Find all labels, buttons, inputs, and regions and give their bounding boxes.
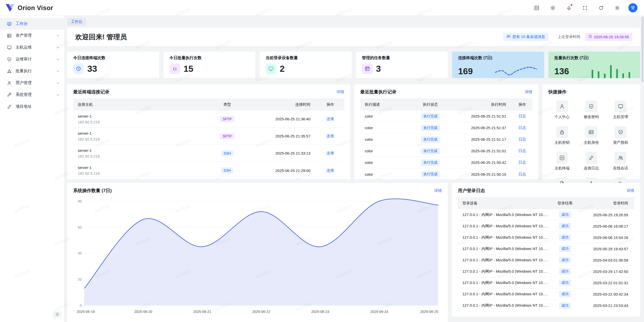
wrench-icon (7, 92, 12, 97)
api-button[interactable] (532, 3, 541, 13)
exec-description: color (360, 160, 412, 165)
terminal-connections-table: 连接主机类型连接时间操作server-1182.92.5.218SFTP2025… (73, 98, 344, 179)
sidebar-item-assets[interactable]: 资产管理 (0, 30, 64, 42)
log-link[interactable]: 日志 (512, 160, 532, 165)
fullscreen-button[interactable] (580, 3, 590, 13)
result-badge: 成功 (559, 245, 571, 252)
host-ip: 182.92.5.218 (78, 136, 211, 142)
quick-action-个人中心[interactable]: 个人中心 (547, 100, 577, 119)
batch-details-link[interactable]: 详情 (525, 90, 532, 94)
quick-action-主机密钥[interactable]: 主机密钥 (547, 126, 577, 145)
terminal-details-link[interactable]: 详情 (337, 90, 344, 94)
notifications-button[interactable] (564, 3, 574, 13)
result-badge: 成功 (559, 302, 571, 309)
system-operations-chart-panel: 系统操作数量 (7日) 详情 0204060802025-06-192025-0… (67, 183, 448, 322)
column-header: 登录设备 (458, 201, 551, 206)
status-badge: 执行完成 (421, 148, 440, 154)
sidebar-item-ops-audit[interactable]: 运维审计 (0, 53, 64, 65)
svg-text:2025-06-19: 2025-06-19 (77, 310, 95, 314)
system-operations-area-chart: 0204060802025-06-192025-06-202025-06-212… (73, 198, 442, 317)
page-scrollbar[interactable] (641, 17, 643, 82)
connect-link[interactable]: 连接 (316, 151, 344, 156)
connect-link[interactable]: 连接 (316, 168, 344, 173)
refresh-button[interactable] (596, 3, 606, 13)
shield-check-icon (615, 126, 626, 138)
log-link[interactable]: 日志 (512, 125, 532, 130)
quick-action-修改密码[interactable]: 修改密码 (577, 100, 606, 119)
settings-button[interactable] (612, 3, 622, 13)
quick-action-主机身份[interactable]: 主机身份 (577, 126, 606, 145)
log-link[interactable]: 日志 (512, 149, 532, 153)
table-row: server-1182.92.5.218SFTP2025-06-25 21:35… (73, 128, 344, 145)
result-badge: 成功 (559, 234, 571, 241)
sidebar-item-label: 运维审计 (16, 57, 32, 62)
quick-action-label: 资产授权 (613, 140, 628, 145)
breadcrumb-item-workbench[interactable]: 工作台 (67, 18, 86, 26)
sidebar-item-project-url[interactable]: 项目地址 (0, 101, 64, 113)
table-row: color执行完成2025-06-25 21:51:51日志 (360, 111, 532, 122)
panel-title: 最近批量执行记录 (360, 89, 396, 95)
clock-icon (73, 63, 84, 74)
stat-label: 今日批量执行次数 (170, 55, 250, 61)
braces-icon: { } (170, 63, 180, 74)
breadcrumb: 工作台 (67, 16, 640, 28)
login-time: 2025-06-06 15:54:26 (579, 235, 634, 240)
batch-executions-table: 执行描述执行状态执行时间操作color执行完成2025-06-25 21:51:… (360, 98, 532, 180)
sidebar-item-system-mgmt[interactable]: 系统管理 (0, 89, 64, 101)
sidebar-item-batch-exec[interactable]: 批量执行 (0, 65, 64, 77)
dashed-line-sparkline (494, 63, 538, 79)
host-name: server-1 (78, 165, 211, 170)
sidebar-item-label: 批量执行 (16, 68, 32, 74)
quick-action-label: 在线会话 (613, 166, 628, 171)
table-row: 127.0.0.1 - 内网IP - Mozilla/5.0 (Windows … (458, 221, 634, 232)
sidebar-item-user-mgmt[interactable]: 用户管理 (0, 77, 64, 89)
login-time: 2025-05-29 19:43:57 (579, 247, 634, 251)
connect-link[interactable]: 连接 (316, 134, 344, 138)
host-name: server-1 (78, 148, 211, 153)
log-link[interactable]: 日志 (512, 137, 532, 142)
quick-action-主机管理[interactable]: 主机管理 (606, 100, 635, 119)
user-avatar[interactable]: 管 (628, 3, 637, 12)
svg-text:2025-06-22: 2025-06-22 (252, 310, 270, 314)
connect-link[interactable]: 连接 (316, 117, 344, 121)
svg-text:2025-06-20: 2025-06-20 (134, 310, 152, 314)
unread-messages-badge[interactable]: 您有 15 条未读消息 (503, 33, 548, 41)
refresh-icon (598, 5, 604, 11)
last-login-time-badge: 2025-06-25 19:26:55 (585, 33, 632, 41)
sidebar-item-workbench[interactable]: 工作台 (0, 18, 64, 30)
quick-action-在线会话[interactable]: 在线会话 (606, 152, 635, 171)
asset-icon (7, 33, 12, 38)
quick-action-连接日志[interactable]: 连接日志 (577, 152, 606, 171)
orion-visor-logo-icon (6, 4, 15, 12)
login-details-link[interactable]: 详情 (627, 188, 634, 193)
theme-button[interactable] (548, 3, 557, 13)
quick-action-主机终端[interactable]: 主机终端 (547, 152, 577, 171)
status-badge: 执行完成 (421, 113, 440, 120)
host-ip: 182.92.5.218 (78, 153, 211, 159)
table-row: 127.0.0.1 - 内网IP - Mozilla/5.0 (Windows … (458, 300, 634, 311)
exec-description: color (360, 114, 412, 118)
sidebar-collapse-button[interactable] (53, 311, 62, 319)
sidebar-item-host-ops[interactable]: 主机运维 (0, 42, 64, 53)
log-link[interactable]: 日志 (512, 114, 532, 119)
svg-text:{ }: { } (173, 67, 176, 70)
sun-icon (550, 5, 555, 11)
user-login-log-table: 登录设备登录结果登录时间127.0.0.1 - 内网IP - Mozilla/5… (458, 197, 634, 311)
last-login-label: 上次登录时间 (558, 34, 580, 39)
topbar-actions: 管 (532, 3, 637, 13)
quick-action-资产授权[interactable]: 资产授权 (606, 126, 635, 145)
type-badge: SSH (221, 167, 233, 173)
log-link[interactable]: 日志 (512, 172, 532, 177)
stat-card: 批量执行次数 (7日)136 (548, 52, 640, 78)
sidebar-item-label: 系统管理 (16, 92, 32, 97)
column-header: 执行状态 (412, 102, 449, 107)
sidebar-item-label: 项目地址 (16, 104, 32, 109)
chart-details-link[interactable]: 详情 (434, 188, 442, 193)
id-card-icon (585, 126, 597, 138)
chevron-down-icon (56, 58, 60, 61)
users-icon (615, 152, 626, 164)
link-icon (7, 104, 12, 109)
login-time: 2025-06-25 19:26:55 (579, 213, 634, 217)
svg-text:40: 40 (78, 251, 82, 255)
type-badge: SFTP (220, 133, 234, 139)
